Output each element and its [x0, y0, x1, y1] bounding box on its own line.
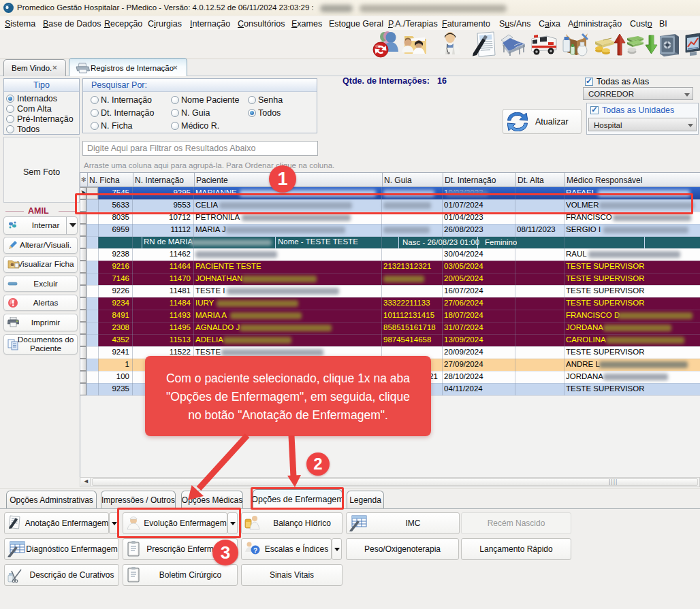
svg-text:?: ?: [253, 547, 257, 555]
